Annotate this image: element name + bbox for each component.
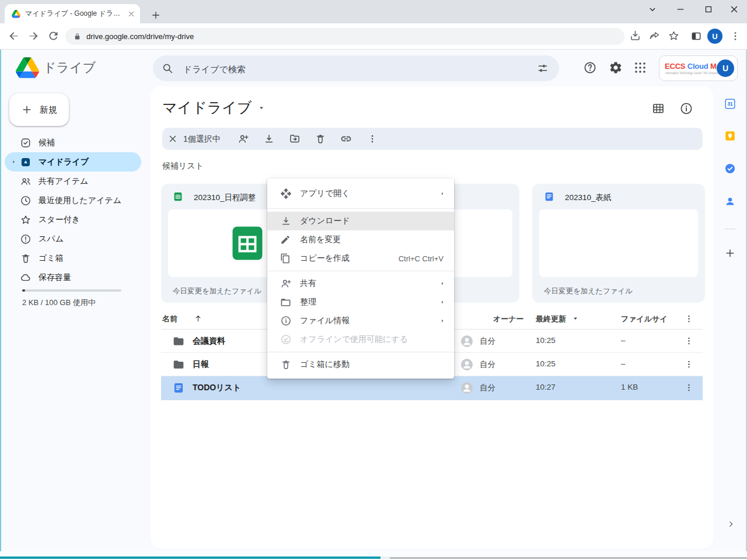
trash-icon	[280, 359, 292, 370]
move-to-folder-icon[interactable]	[289, 133, 301, 145]
browser-profile-avatar[interactable]: U	[707, 29, 722, 44]
folder-icon	[173, 359, 184, 370]
sort-ascending-icon[interactable]	[193, 313, 203, 323]
sidebar: 新規 候補 マイドライブ 共有アイテム 最近使用したアイテム	[0, 86, 146, 560]
contacts-icon[interactable]	[724, 195, 736, 208]
browser-tab[interactable]: マイドライブ - Google ドライブ	[5, 4, 140, 23]
new-button[interactable]: 新規	[9, 93, 69, 126]
side-panel-icon[interactable]	[690, 30, 702, 42]
sidebar-item-label: 共有アイテム	[39, 176, 88, 187]
badge-word-eccs: ECCS	[665, 62, 685, 71]
spam-icon	[20, 233, 32, 245]
sidebar-item-suggestions[interactable]: 候補	[5, 133, 141, 152]
trash-icon[interactable]	[315, 133, 326, 145]
sort-descending-caret-icon[interactable]	[571, 314, 580, 323]
menu-item-organize[interactable]: 整理	[267, 293, 454, 312]
sidebar-item-trash[interactable]: ゴミ箱	[5, 249, 141, 268]
window-close-button[interactable]	[729, 4, 739, 15]
forward-button[interactable]	[27, 30, 40, 43]
sidebar-item-shared[interactable]: 共有アイテム	[5, 172, 141, 191]
bottom-light-segment	[381, 556, 390, 559]
window-maximize-button[interactable]	[703, 4, 714, 15]
menu-item-rename[interactable]: 名前を変更	[267, 230, 454, 249]
back-button[interactable]	[7, 30, 20, 43]
file-name[interactable]: 会議資料	[193, 336, 225, 346]
details-info-icon[interactable]	[679, 102, 693, 116]
tab-title: マイドライブ - Google ドライブ	[25, 9, 123, 19]
more-actions-icon[interactable]	[367, 134, 378, 144]
sidebar-item-label: ゴミ箱	[39, 253, 64, 264]
file-name[interactable]: 日報	[193, 359, 209, 370]
sidebar-item-recent[interactable]: 最近使用したアイテム	[5, 191, 141, 210]
browser-menu-icon[interactable]	[729, 30, 741, 42]
window-minimize-button[interactable]	[675, 4, 686, 15]
download-icon[interactable]	[263, 133, 275, 145]
bookmark-star-icon[interactable]	[668, 30, 680, 42]
download-icon	[280, 215, 292, 227]
file-name[interactable]: TODOリスト	[193, 383, 241, 393]
submenu-caret-icon	[439, 280, 446, 287]
page-title-row[interactable]: マイドライブ	[162, 98, 266, 117]
owner-label: 自分	[480, 336, 495, 346]
share-person-add-icon[interactable]	[238, 133, 249, 145]
sidebar-item-my-drive[interactable]: マイドライブ	[5, 152, 141, 172]
column-size[interactable]: ファイルサイ	[621, 314, 668, 324]
column-name[interactable]: 名前	[162, 314, 177, 324]
column-options-icon[interactable]	[684, 314, 694, 324]
expand-caret-icon[interactable]	[11, 159, 20, 165]
menu-item-make-copy[interactable]: コピーを作成 Ctrl+C Ctrl+V	[267, 249, 454, 268]
sheets-file-icon	[173, 191, 183, 202]
account-avatar[interactable]: U	[717, 60, 734, 77]
clear-selection-icon[interactable]	[167, 134, 178, 144]
drive-logo[interactable]	[16, 57, 39, 78]
search-input[interactable]	[182, 55, 523, 82]
add-addon-plus-icon[interactable]	[724, 247, 736, 259]
tasks-icon[interactable]	[724, 162, 736, 175]
menu-item-move-to-trash[interactable]: ゴミ箱に移動	[267, 355, 454, 374]
calendar-icon[interactable]	[724, 97, 736, 110]
my-drive-icon	[20, 156, 32, 168]
menu-item-open-with[interactable]: アプリで開く	[267, 182, 454, 205]
suggestion-card-doc[interactable]: 202310_表紙 今日変更を加えたファイル	[532, 184, 705, 303]
apps-grid-icon[interactable]	[633, 61, 647, 75]
sidebar-item-storage[interactable]: 保存容量	[5, 268, 141, 287]
menu-item-file-info[interactable]: ファイル情報	[267, 312, 454, 330]
column-modified[interactable]: 最終更新	[536, 314, 566, 324]
clock-icon	[20, 195, 32, 206]
search-bar[interactable]	[153, 55, 559, 81]
account-badge[interactable]: ECCS Cloud Mail Information Technology C…	[659, 55, 738, 81]
search-icon[interactable]	[162, 62, 173, 74]
cloud-icon	[20, 272, 32, 284]
sidebar-item-starred[interactable]: スター付き	[5, 210, 141, 229]
url-bar[interactable]: drive.google.com/drive/my-drive	[65, 28, 624, 45]
copy-link-icon[interactable]	[340, 133, 352, 145]
owner-avatar	[460, 334, 474, 348]
file-row-selected-doc[interactable]: TODOリスト 自分 10:27 1 KB	[161, 376, 703, 400]
title-dropdown-caret-icon[interactable]	[257, 104, 266, 112]
window-menu-chevron-icon[interactable]	[647, 4, 658, 15]
menu-item-share[interactable]: 共有	[267, 274, 454, 293]
lock-icon	[73, 32, 82, 41]
sidebar-item-label: 候補	[39, 138, 55, 148]
help-icon[interactable]	[583, 61, 597, 75]
trash-icon	[20, 253, 32, 264]
sidebar-item-spam[interactable]: スパム	[5, 229, 141, 249]
file-size: –	[621, 336, 626, 345]
show-side-panel-chevron-icon[interactable]	[726, 519, 736, 529]
reload-button[interactable]	[47, 30, 60, 42]
menu-item-download[interactable]: ダウンロード	[267, 212, 454, 230]
share-icon[interactable]	[648, 30, 661, 42]
column-owner[interactable]: オーナー	[493, 314, 524, 324]
keep-icon[interactable]	[724, 130, 736, 142]
row-more-icon[interactable]	[684, 359, 694, 369]
tab-close-icon[interactable]	[127, 10, 135, 18]
settings-gear-icon[interactable]	[609, 61, 623, 75]
modified-time: 10:25	[536, 336, 556, 345]
owner-avatar	[460, 358, 474, 372]
search-options-icon[interactable]	[537, 62, 549, 74]
list-grid-toggle-icon[interactable]	[651, 102, 665, 116]
row-more-icon[interactable]	[684, 383, 694, 393]
row-more-icon[interactable]	[684, 336, 694, 346]
new-tab-button[interactable]	[151, 10, 161, 20]
downloads-icon[interactable]	[629, 30, 641, 42]
